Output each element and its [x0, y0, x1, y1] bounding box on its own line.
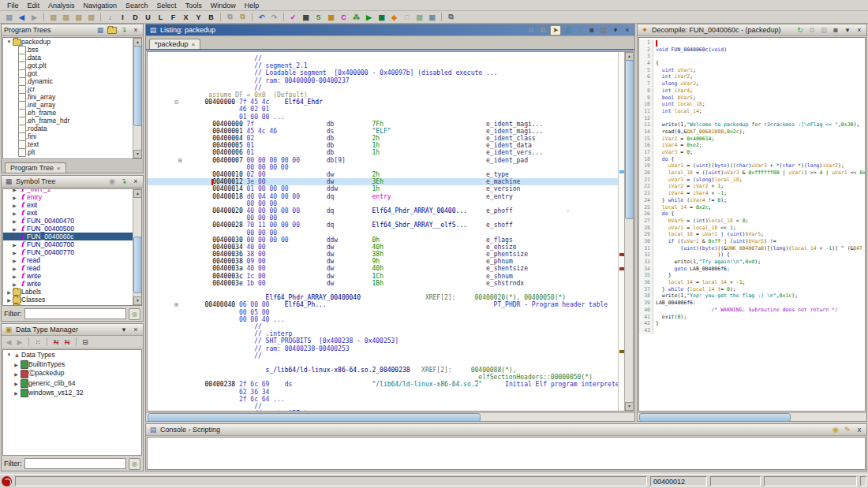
- close-icon[interactable]: ×: [855, 26, 864, 35]
- menu-chevron-icon[interactable]: ▾: [119, 326, 129, 334]
- snapshot-icon[interactable]: ◙: [587, 26, 597, 35]
- decompiler-line-14[interactable]: 14 read(0,&DAT_00601080,0x2c);: [639, 129, 865, 136]
- listing-line-29[interactable]: 00400038 09 00 dw 9h e_phnum: [174, 258, 618, 265]
- table-icon[interactable]: ▦: [300, 12, 312, 23]
- refresh-icon[interactable]: ↻: [795, 26, 805, 35]
- memory-icon[interactable]: ▦: [426, 12, 438, 23]
- expander-icon[interactable]: ▶: [6, 305, 13, 307]
- program-tree-view[interactable]: ▲▼ ▼packedup.bss.data.got.plt.got.dynami…: [2, 37, 142, 159]
- menu-analysis[interactable]: Analysis: [44, 2, 79, 9]
- symbol-item-fun_00400770[interactable]: ▶fFUN_00400770: [3, 248, 141, 256]
- create-tree-icon[interactable]: ↴: [119, 26, 129, 35]
- memory-map-icon[interactable]: ▤: [60, 12, 72, 23]
- decompiler-line-39[interactable]: 39LAB_004006f6:: [639, 300, 865, 307]
- decompiler-line-15[interactable]: 15 iVar2 = 0x400614;: [639, 136, 865, 143]
- listing-line-34[interactable]: Elf64_Phdr_ARRAY_00400040 XREF[2]: 00400…: [174, 294, 618, 301]
- program-tree-scrollbar[interactable]: ▲▼: [133, 38, 141, 158]
- menu-edit[interactable]: Edit: [24, 2, 44, 9]
- listing-hscrollbar[interactable]: [146, 412, 634, 421]
- decompiler-line-18[interactable]: 18 do {: [639, 156, 865, 163]
- expander-icon[interactable]: ▼: [6, 39, 13, 44]
- data-type-U-icon[interactable]: U: [142, 12, 154, 23]
- tree-root-packedup[interactable]: ▼packedup: [3, 38, 141, 46]
- decompiler-line-42[interactable]: 42}: [639, 320, 865, 327]
- listing-line-35[interactable]: ⊞ 00400040 06 00 00 Elf64_Ph... PT_PHDR …: [174, 301, 618, 308]
- debug-icon[interactable]: ▦: [376, 12, 387, 23]
- listing-line-11[interactable]: 00400001 45 4c 46 ds "ELF" e_ident_magi.…: [174, 128, 618, 135]
- data-type-D-icon[interactable]: D: [129, 12, 141, 23]
- decompiler-line-29[interactable]: 29 local_18 = uVar1 | (uint)bVar5;: [639, 231, 865, 238]
- decompiler-line-20[interactable]: 20 local_18 = ((uint)uVar3 & 0xffffff00 …: [639, 169, 865, 177]
- listing-line-15[interactable]: ⊞ 00400007 00 00 00 00 00 db[9] e_ident_…: [174, 157, 618, 164]
- symbol-item-entry[interactable]: ▶fentry: [3, 193, 141, 201]
- decompiler-line-33[interactable]: 33 write(1,"Try again!\n",0xd);: [639, 259, 865, 266]
- tab-program-tree[interactable]: Program Tree×: [5, 162, 66, 173]
- listing-line-1[interactable]: //: [174, 55, 618, 62]
- filter-arrays-icon[interactable]: N: [51, 337, 61, 346]
- patch-icon[interactable]: ▤: [73, 12, 84, 23]
- console-titlebar[interactable]: ▤ Console - Scripting ◉✎x: [146, 424, 866, 436]
- expander-icon[interactable]: ▶: [11, 250, 18, 255]
- decompiler-line-9[interactable]: 9 bool bVar5;: [639, 95, 865, 102]
- decompiler-line-22[interactable]: 22 iVar2 = iVar2 + 1;: [639, 183, 865, 190]
- expander-icon[interactable]: ▶: [11, 274, 18, 279]
- decompiler-line-40[interactable]: 40 /* WARNING: Subroutine does not retur…: [639, 307, 865, 314]
- menu-chevron-icon[interactable]: ▾: [843, 26, 852, 35]
- tree-item-plt[interactable]: .plt: [3, 148, 141, 156]
- expander-icon[interactable]: ▶: [11, 203, 18, 208]
- tree-item-dynamic[interactable]: .dynamic: [3, 77, 141, 85]
- bundle-icon[interactable]: ▣: [325, 12, 337, 23]
- tab-close-icon[interactable]: ×: [192, 41, 196, 48]
- decompiler-line-35[interactable]: 35 }: [639, 272, 865, 279]
- listing-line-18[interactable]: 00400012 3e 00 dw 3Eh e_machine: [148, 178, 618, 185]
- menu-help[interactable]: Help: [241, 2, 264, 9]
- listing-line-21[interactable]: 00 00 00: [174, 200, 618, 207]
- save-icon[interactable]: ▤: [3, 12, 15, 23]
- lock-icon[interactable]: ◉: [107, 177, 117, 186]
- window-icon[interactable]: □: [401, 12, 413, 23]
- decompiler-line-38[interactable]: 38 write(1,"Yep! you got the flag :) \n"…: [639, 292, 865, 300]
- field-editor-icon[interactable]: ⚷: [575, 26, 585, 35]
- run-icon[interactable]: ▶: [363, 12, 375, 23]
- expander-icon[interactable]: ▼: [6, 352, 13, 357]
- listing-line-23[interactable]: 00 00 00: [174, 214, 618, 222]
- listing-line-8[interactable]: 46 02 01: [174, 106, 618, 113]
- expander-icon[interactable]: ▶: [6, 289, 13, 295]
- forward-icon[interactable]: ▶: [28, 12, 40, 23]
- graph-icon[interactable]: ▥: [819, 26, 829, 35]
- listing-line-2[interactable]: // segment_2.1: [174, 62, 618, 69]
- decompiler-line-43[interactable]: 43: [639, 327, 865, 334]
- symbol-item-fun_0040060c[interactable]: ▶fFUN_0040060c: [3, 233, 141, 240]
- expander-icon[interactable]: ▶: [13, 390, 20, 396]
- console-output[interactable]: [147, 437, 866, 470]
- data-type-B-icon[interactable]: B: [205, 12, 217, 23]
- menu-chevron-icon[interactable]: ▾: [611, 26, 620, 35]
- decompiler-line-21[interactable]: 21 uVar3 = (ulong)local_18;: [639, 177, 865, 184]
- listing-line-19[interactable]: 00400014 01 00 00 00 ddw 1h e_version: [174, 185, 618, 192]
- symbol-item-fun_00400470[interactable]: ▶fFUN_00400470: [3, 217, 141, 225]
- menu-file[interactable]: File: [3, 2, 23, 9]
- decompiler-line-3[interactable]: 3: [639, 53, 865, 60]
- listing-line-41[interactable]: // ram: 00400238-00400253: [174, 345, 618, 352]
- copy-icon[interactable]: ⧉: [807, 26, 817, 35]
- goto-icon[interactable]: ↴: [119, 177, 129, 186]
- symbol-tree-titlebar[interactable]: ▦ Symbol Tree ◉↴×: [2, 176, 143, 188]
- listing-line-6[interactable]: assume DF = 0x0 (Default): [174, 91, 618, 99]
- decompiler-line-23[interactable]: 23 iVar4 = iVar4 + -1;: [639, 190, 865, 197]
- tree-item-rodata[interactable]: .rodata: [3, 125, 141, 132]
- decompiler-line-11[interactable]: 11 int local_14;: [639, 108, 865, 115]
- table2-icon[interactable]: ▦: [413, 12, 425, 23]
- data-type-L-icon[interactable]: L: [155, 12, 166, 23]
- listing-vscrollbar[interactable]: ▲▼: [624, 52, 633, 411]
- paste-icon[interactable]: ⧉: [538, 26, 548, 35]
- filter-options-icon[interactable]: ◎: [129, 458, 140, 470]
- dtm-archive-windows_vs12_32[interactable]: ▶windows_vs12_32: [3, 388, 141, 397]
- listing-line-27[interactable]: 00400034 40 00 dw 40h e_ehsize: [174, 244, 618, 251]
- decompiler-line-12[interactable]: 12: [639, 115, 865, 122]
- expander-icon[interactable]: ▶: [6, 297, 13, 303]
- tree-item-bss[interactable]: .bss: [3, 46, 141, 54]
- decompiler-line-28[interactable]: 28 uVar1 = local_18 << 1;: [639, 225, 865, 232]
- validate-icon[interactable]: ✓: [287, 12, 299, 23]
- decompiler-line-27[interactable]: 27 bVar5 = (int)local_18 < 0;: [639, 218, 865, 225]
- decompiler-line-32[interactable]: 32 )) {: [639, 251, 865, 259]
